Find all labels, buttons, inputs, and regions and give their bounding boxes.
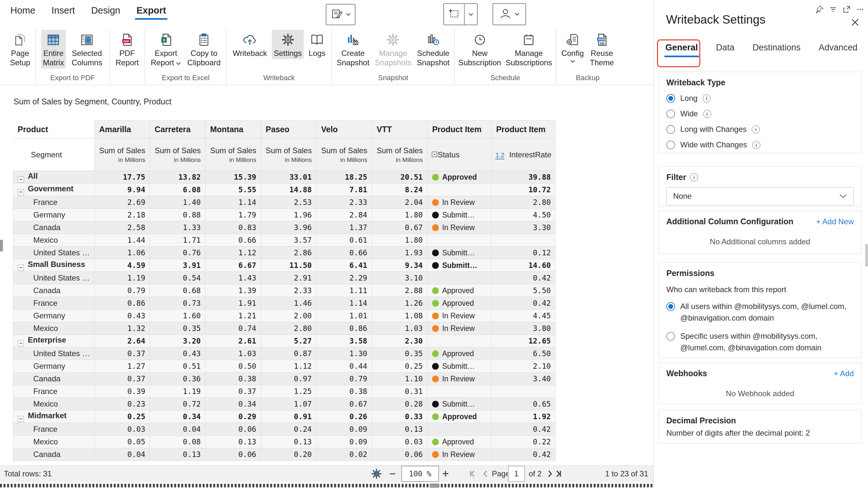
collapse-icon[interactable] xyxy=(18,340,24,346)
sales-value-cell[interactable]: 0.04 xyxy=(150,423,206,436)
sales-value-cell[interactable]: 6.08 xyxy=(150,184,206,196)
ribbon-tab-export[interactable]: Export xyxy=(136,5,167,20)
sales-value-cell[interactable]: 2.86 xyxy=(261,247,316,259)
sales-value-cell[interactable]: 1.03 xyxy=(206,347,261,360)
popout-icon[interactable] xyxy=(842,4,851,14)
resize-handle-left[interactable] xyxy=(0,240,3,251)
info-icon[interactable]: i xyxy=(752,141,761,149)
sales-value-cell[interactable]: 1.96 xyxy=(261,209,316,221)
sales-value-cell[interactable]: 1.01 xyxy=(316,310,372,322)
status-cell[interactable]: In Review xyxy=(428,221,492,234)
sales-value-cell[interactable]: 1.03 xyxy=(372,322,428,335)
status-cell[interactable]: In Review xyxy=(428,196,492,209)
interest-rate-cell[interactable]: 2.80 xyxy=(492,196,556,209)
sales-value-cell[interactable]: 1.14 xyxy=(316,297,372,310)
filter-dropdown[interactable]: None xyxy=(666,187,854,205)
row-label-mexico[interactable]: Mexico xyxy=(13,436,95,448)
zoom-out-button[interactable]: − xyxy=(389,466,396,482)
sales-value-cell[interactable]: 0.05 xyxy=(94,436,150,448)
sales-value-cell[interactable]: 0.54 xyxy=(150,272,206,284)
sales-value-cell[interactable]: 0.02 xyxy=(316,448,372,461)
sales-value-cell[interactable]: 0.50 xyxy=(206,360,261,373)
status-cell[interactable]: Submitt… xyxy=(428,259,492,272)
sales-value-cell[interactable]: 0.28 xyxy=(372,398,428,410)
sales-value-cell[interactable]: 1.19 xyxy=(94,272,150,284)
sales-value-cell[interactable]: 1.44 xyxy=(94,234,150,247)
sales-value-cell[interactable]: 1.60 xyxy=(150,310,206,322)
status-cell[interactable]: In Review xyxy=(428,310,492,322)
sales-value-cell[interactable]: 3.91 xyxy=(150,259,206,272)
sales-value-cell[interactable]: 5.27 xyxy=(261,335,316,347)
row-label-united-states--[interactable]: United States … xyxy=(13,272,95,284)
sales-value-cell[interactable]: 1.40 xyxy=(150,196,206,209)
interest-rate-cell[interactable]: 0.42 xyxy=(492,423,556,436)
sales-value-cell[interactable]: 0.76 xyxy=(150,247,206,259)
row-label-germany[interactable]: Germany xyxy=(13,360,95,373)
sales-value-cell[interactable]: 0.44 xyxy=(316,360,372,373)
sales-value-cell[interactable]: 5.55 xyxy=(206,184,261,196)
sales-value-cell[interactable]: 0.36 xyxy=(150,373,206,385)
collapse-icon[interactable] xyxy=(18,177,24,183)
sales-value-cell[interactable]: 0.91 xyxy=(261,410,316,423)
row-label-germany[interactable]: Germany xyxy=(13,209,95,221)
sales-value-cell[interactable]: 1.10 xyxy=(372,373,428,385)
sales-value-cell[interactable]: 0.08 xyxy=(150,436,206,448)
info-icon[interactable]: i xyxy=(752,125,760,133)
sales-value-cell[interactable]: 0.25 xyxy=(94,410,150,423)
config-button[interactable]: Config xyxy=(559,30,586,66)
sales-value-cell[interactable]: 6.41 xyxy=(316,259,372,272)
interest-rate-cell[interactable]: 10.72 xyxy=(492,184,556,196)
sales-value-cell[interactable]: 1.21 xyxy=(206,310,261,322)
next-page-button[interactable] xyxy=(547,466,554,482)
sales-value-cell[interactable]: 2.91 xyxy=(261,272,316,284)
field-header-interestrate[interactable]: 1.2 InterestRate xyxy=(492,139,556,171)
sales-value-cell[interactable]: 0.09 xyxy=(316,423,372,436)
sales-value-cell[interactable]: 1.26 xyxy=(372,297,428,310)
filter-icon[interactable] xyxy=(828,4,838,14)
selected-columns-button[interactable]: SelectedColumns xyxy=(70,30,104,68)
sales-value-cell[interactable]: 0.33 xyxy=(372,410,428,423)
sales-value-cell[interactable]: 0.06 xyxy=(206,423,261,436)
sales-value-cell[interactable]: 1.80 xyxy=(372,234,428,247)
sales-value-cell[interactable]: 0.79 xyxy=(94,284,150,297)
row-label-mexico[interactable]: Mexico xyxy=(13,398,95,410)
add-new-column-button[interactable]: + Add New xyxy=(816,217,854,226)
row-header-segment[interactable]: Segment xyxy=(13,139,95,171)
interest-rate-cell[interactable]: 0.22 xyxy=(492,436,556,448)
row-label-france[interactable]: France xyxy=(13,423,95,436)
radio-long[interactable] xyxy=(666,94,675,103)
collapse-icon[interactable] xyxy=(18,265,24,271)
sales-value-cell[interactable]: 0.06 xyxy=(206,448,261,461)
sales-value-cell[interactable]: 0.67 xyxy=(316,398,372,410)
add-webhook-button[interactable]: + Add xyxy=(834,369,854,378)
sales-value-cell[interactable]: 0.09 xyxy=(316,436,372,448)
sales-value-cell[interactable]: 3.10 xyxy=(372,272,428,284)
sales-value-cell[interactable]: 2.53 xyxy=(261,196,316,209)
column-header-product[interactable]: Product xyxy=(13,121,95,139)
previous-page-button[interactable] xyxy=(482,466,489,482)
column-header-carretera[interactable]: Carretera xyxy=(150,121,206,139)
measure-header-paseo[interactable]: Sum of Salesin Millions xyxy=(261,139,316,171)
logs-button[interactable]: Logs xyxy=(307,30,328,59)
zoom-level-value[interactable]: 100 % xyxy=(401,466,439,482)
sales-value-cell[interactable]: 18.25 xyxy=(316,171,372,184)
interest-rate-cell[interactable]: 3.80 xyxy=(492,322,556,335)
sales-value-cell[interactable]: 2.29 xyxy=(316,272,372,284)
status-cell[interactable]: Submitt… xyxy=(428,360,492,373)
status-cell[interactable] xyxy=(428,335,492,347)
status-cell[interactable]: Approved xyxy=(428,410,492,423)
sales-value-cell[interactable]: 0.04 xyxy=(94,448,150,461)
interest-rate-cell[interactable]: 0.42 xyxy=(492,297,556,310)
sales-value-cell[interactable]: 0.67 xyxy=(372,221,428,234)
row-label-all[interactable]: All xyxy=(13,171,95,184)
sales-value-cell[interactable]: 2.18 xyxy=(94,209,150,221)
row-label-france[interactable]: France xyxy=(13,196,95,209)
sales-value-cell[interactable]: 0.34 xyxy=(206,398,261,410)
ribbon-tab-home[interactable]: Home xyxy=(10,5,36,20)
create-snapshot-button[interactable]: CreateSnapshot xyxy=(335,30,371,68)
sales-value-cell[interactable]: 2.64 xyxy=(94,335,150,347)
status-cell[interactable]: Approved xyxy=(428,297,492,310)
radio-wide[interactable] xyxy=(666,110,675,118)
info-icon[interactable]: i xyxy=(703,94,711,102)
sales-value-cell[interactable]: 0.61 xyxy=(316,234,372,247)
